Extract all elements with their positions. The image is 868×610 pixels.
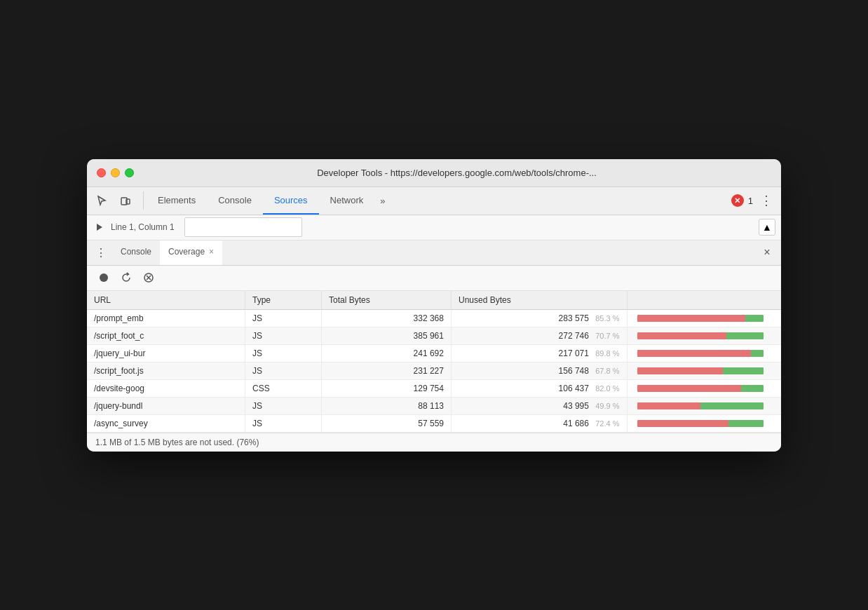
devtools-toolbar: Elements Console Sources Network » ✕ 1 ⋮	[87, 187, 781, 215]
table-row[interactable]: /jquery-bundl JS 88 113 43 995 49.9 %	[87, 397, 781, 414]
clear-icon[interactable]	[140, 269, 157, 286]
cell-total: 57 559	[322, 414, 452, 432]
drawer-tab-coverage[interactable]: Coverage ×	[160, 240, 222, 265]
unused-bar-segment	[637, 332, 726, 339]
breadcrumb: Line 1, Column 1	[111, 222, 175, 232]
expand-drawer-icon[interactable]: ▲	[759, 219, 775, 236]
coverage-toolbar	[87, 266, 781, 291]
cell-total: 241 692	[322, 344, 452, 362]
tab-sources[interactable]: Sources	[263, 187, 319, 215]
cell-url: /async_survey	[87, 414, 245, 432]
usage-bar-container	[635, 384, 775, 393]
cell-url: /jquery_ui-bur	[87, 344, 245, 362]
cell-url: /jquery-bundl	[87, 397, 245, 414]
cell-type: JS	[245, 344, 322, 362]
run-snippet-icon[interactable]	[93, 220, 107, 234]
cell-bar	[627, 327, 781, 344]
record-icon[interactable]	[95, 269, 112, 286]
filter-input[interactable]	[184, 217, 302, 237]
reload-icon[interactable]	[118, 269, 135, 286]
svg-point-3	[100, 273, 108, 282]
cell-type: JS	[245, 362, 322, 379]
cell-type: JS	[245, 397, 322, 414]
usage-bar	[637, 315, 764, 322]
unused-bar-segment	[637, 315, 745, 322]
cell-unused: 43 995 49.9 %	[451, 397, 627, 414]
cell-total: 332 368	[322, 309, 452, 327]
cell-url: /script_foot_c	[87, 327, 245, 344]
col-bar	[627, 291, 781, 310]
cell-type: JS	[245, 309, 322, 327]
cell-unused: 41 686 72.4 %	[451, 414, 627, 432]
usage-bar-container	[635, 419, 775, 428]
usage-bar	[637, 402, 764, 409]
drawer-close-icon[interactable]: ×	[759, 244, 775, 261]
inspect-icon[interactable]	[93, 191, 111, 210]
unused-bar-segment	[637, 385, 741, 392]
usage-bar-container	[635, 313, 775, 323]
usage-bar	[637, 420, 764, 427]
cell-bar	[627, 414, 781, 432]
cell-pct: 82.0 %	[595, 384, 619, 393]
usage-bar-container	[635, 366, 775, 376]
col-url: URL	[87, 291, 245, 310]
drawer-toolbar: ⋮ Console Coverage × ×	[87, 240, 781, 266]
table-row[interactable]: /jquery_ui-bur JS 241 692 217 071 89.8 %	[87, 344, 781, 362]
cell-total: 231 227	[322, 362, 452, 379]
cell-total: 385 961	[322, 327, 452, 344]
tab-console[interactable]: Console	[207, 187, 263, 215]
sources-toolbar-right: ▲	[759, 219, 775, 236]
sources-toolbar-left: Line 1, Column 1	[93, 220, 175, 234]
drawer-tab-console[interactable]: Console	[112, 240, 160, 265]
device-toolbar-icon[interactable]	[116, 191, 135, 210]
tab-more[interactable]: »	[374, 187, 391, 215]
used-bar-segment	[751, 350, 764, 357]
table-header-row: URL Type Total Bytes Unused Bytes	[87, 291, 781, 310]
used-bar-segment	[741, 385, 764, 392]
fullscreen-button[interactable]	[125, 168, 134, 177]
svg-rect-1	[126, 199, 130, 204]
devtools-menu-icon[interactable]: ⋮	[757, 193, 775, 208]
cell-bar	[627, 309, 781, 327]
usage-bar-container	[635, 331, 775, 341]
table-row[interactable]: /script_foot.js JS 231 227 156 748 67.8 …	[87, 362, 781, 379]
coverage-table: URL Type Total Bytes Unused Bytes /promp…	[87, 291, 781, 433]
cell-url: /script_foot.js	[87, 362, 245, 379]
table-row[interactable]: /devsite-goog CSS 129 754 106 437 82.0 %	[87, 379, 781, 397]
cell-bar	[627, 362, 781, 379]
col-type: Type	[245, 291, 322, 310]
used-bar-segment	[700, 402, 764, 409]
titlebar: Developer Tools - https://developers.goo…	[87, 159, 781, 187]
col-unused-bytes: Unused Bytes	[451, 291, 627, 310]
error-badge: ✕	[731, 194, 744, 207]
usage-bar-container	[635, 401, 775, 411]
table-row[interactable]: /prompt_emb JS 332 368 283 575 85.3 %	[87, 309, 781, 327]
cell-pct: 49.9 %	[595, 402, 619, 410]
drawer-menu-icon[interactable]: ⋮	[93, 244, 109, 261]
tab-network[interactable]: Network	[319, 187, 375, 215]
cell-pct: 85.3 %	[595, 314, 619, 323]
cell-type: JS	[245, 414, 322, 432]
coverage-tab-close-icon[interactable]: ×	[209, 248, 214, 256]
coverage-content: URL Type Total Bytes Unused Bytes /promp…	[87, 291, 781, 433]
tab-elements[interactable]: Elements	[147, 187, 207, 215]
close-button[interactable]	[97, 168, 106, 177]
unused-bar-segment	[637, 402, 700, 409]
table-row[interactable]: /script_foot_c JS 385 961 272 746 70.7 %	[87, 327, 781, 344]
cell-unused: 272 746 70.7 %	[451, 327, 627, 344]
unused-bar-segment	[637, 367, 723, 374]
cell-unused: 106 437 82.0 %	[451, 379, 627, 397]
table-row[interactable]: /async_survey JS 57 559 41 686 72.4 %	[87, 414, 781, 432]
used-bar-segment	[723, 367, 764, 374]
minimize-button[interactable]	[111, 168, 120, 177]
used-bar-segment	[745, 315, 764, 322]
status-bar: 1.1 MB of 1.5 MB bytes are not used. (76…	[87, 433, 781, 452]
cell-unused: 217 071 89.8 %	[451, 344, 627, 362]
unused-bar-segment	[637, 420, 728, 427]
cell-url: /devsite-goog	[87, 379, 245, 397]
main-tabs: Elements Console Sources Network »	[147, 187, 391, 215]
cell-total: 129 754	[322, 379, 452, 397]
usage-bar	[637, 332, 764, 339]
cell-pct: 70.7 %	[595, 332, 619, 340]
drawer-tabs: Console Coverage ×	[112, 240, 222, 265]
